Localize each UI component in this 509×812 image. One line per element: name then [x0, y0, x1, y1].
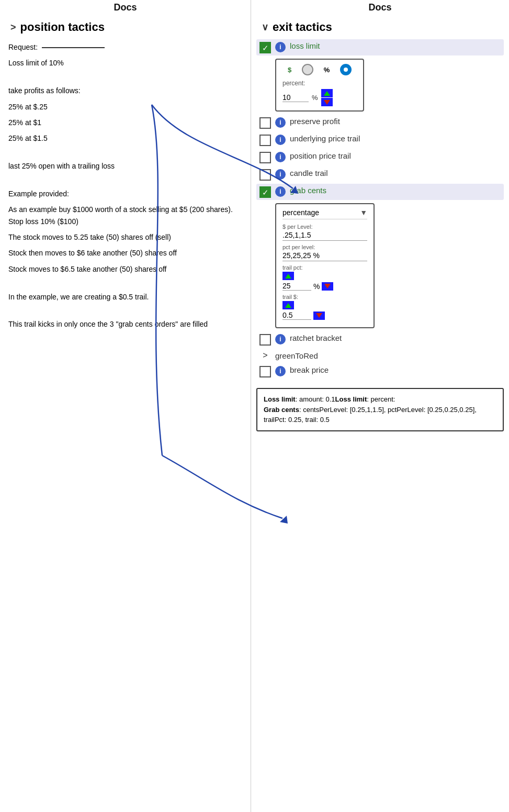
trail-s-spinners [313, 312, 325, 320]
trail-s-up-icon [285, 303, 291, 308]
preserve-profit-checkbox[interactable] [259, 117, 271, 129]
right-docs-header: Docs [256, 0, 504, 16]
position-price-trail-label: position price trail [290, 151, 351, 160]
break-price-item[interactable]: i break price [256, 363, 504, 380]
loss-limit-label: loss limit [290, 41, 320, 50]
loss-limit-text: Loss limit of 10% [8, 57, 242, 69]
trail-description: In the example, we are creating a $0.5 t… [8, 291, 242, 303]
trail-s-spin-up[interactable] [282, 301, 294, 309]
request-label: Request: [8, 43, 38, 51]
gc-trail-s-field: trail $: [282, 294, 367, 320]
take-profits-line: take profits as follows: [8, 85, 242, 96]
preserve-profit-info-icon[interactable]: i [275, 117, 286, 128]
pct-label: % [324, 66, 330, 74]
percent-spin-up[interactable] [321, 89, 333, 97]
left-column: Docs > position tactics Request: Loss li… [0, 0, 251, 812]
percent-value-row: % [282, 89, 357, 106]
loss-limit-check-mark: ✓ [262, 44, 269, 52]
example-provided: Example provided: [8, 188, 242, 199]
summary-text: Loss limit: amount: 0.1Loss limit: perce… [264, 395, 477, 424]
underlying-price-trail-info-icon[interactable]: i [275, 135, 286, 145]
grab-cents-label: grab cents [290, 186, 326, 195]
dollar-label: $ [288, 66, 291, 74]
gc-dropdown-arrow-icon[interactable]: ▼ [360, 208, 367, 217]
gc-trail-s-label: trail $: [282, 294, 367, 300]
position-tactics-title: position tactics [20, 20, 105, 34]
position-price-trail-checkbox[interactable] [259, 152, 271, 163]
example-text-1: As an example buy $1000 worth of a stock… [8, 204, 242, 227]
percent-label-row: percent: [282, 80, 357, 87]
candle-trail-label: candle trail [290, 169, 328, 177]
preserve-profit-label: preserve profit [290, 117, 340, 126]
profit-level-2: 25% at $1 [8, 117, 242, 128]
trail-pct-spin-up[interactable] [282, 272, 294, 280]
position-price-trail-item[interactable]: i position price trail [256, 149, 504, 165]
pct-radio[interactable] [340, 64, 352, 75]
right-column: Docs ∨ exit tactics ✓ i loss limit $ % [251, 0, 509, 812]
loss-limit-card: $ % percent: % [275, 59, 364, 112]
gc-pct-per-level-field: pct per level: 25,25,25 % [282, 244, 367, 261]
ratchet-bracket-label: ratchet bracket [290, 333, 342, 342]
gc-per-level-field: $ per Level: .25,1,1.5 [282, 224, 367, 241]
percent-spin-down[interactable] [321, 98, 333, 106]
example-text-2: The stock moves to 5.25 take (50) shares… [8, 231, 242, 243]
ratchet-bracket-info-icon[interactable]: i [275, 334, 286, 344]
grab-cents-checkbox[interactable]: ✓ [259, 186, 271, 198]
green-to-red-item[interactable]: > greenToRed [256, 349, 504, 362]
candle-trail-checkbox[interactable] [259, 169, 271, 181]
trail-pct-spin-down[interactable] [322, 282, 333, 291]
candle-trail-info-icon[interactable]: i [275, 169, 286, 180]
break-price-info-icon[interactable]: i [275, 366, 286, 376]
left-docs-header: Docs [5, 0, 245, 16]
underlying-price-trail-label: underlying price trail [290, 134, 360, 143]
position-price-trail-info-icon[interactable]: i [275, 152, 286, 162]
dollar-radio[interactable] [302, 64, 313, 75]
trail-kicks-in: This trail kicks in only once the 3 "gra… [8, 318, 242, 330]
gc-trail-pct-value-row: % [282, 282, 367, 291]
percent-unit: % [312, 94, 318, 102]
trail-s-down-icon [316, 313, 322, 318]
gc-trail-s-input[interactable] [282, 311, 311, 320]
exit-tactics-chevron[interactable]: ∨ [262, 21, 268, 33]
gc-dropdown-row[interactable]: percentage ▼ [282, 208, 367, 219]
trailing-loss-line: last 25% open with a trailing loss [8, 160, 242, 172]
left-content: Request: Loss limit of 10% take profits … [5, 39, 245, 330]
trail-s-spin-down[interactable] [313, 312, 325, 320]
break-price-checkbox[interactable] [259, 366, 271, 377]
preserve-profit-item[interactable]: i preserve profit [256, 115, 504, 131]
grab-cents-info-icon[interactable]: i [275, 186, 286, 197]
grab-cents-card: percentage ▼ $ per Level: .25,1,1.5 pct … [275, 203, 375, 328]
gc-trail-pct-unit: % [313, 282, 320, 291]
percent-spinners [321, 89, 333, 106]
trail-pct-spinners [322, 282, 333, 291]
green-to-red-label: greenToRed [275, 351, 318, 360]
summary-box: Loss limit: amount: 0.1Loss limit: perce… [256, 388, 504, 431]
position-tactics-heading[interactable]: > position tactics [5, 16, 245, 39]
gc-trail-pct-field: trail pct: % [282, 264, 367, 291]
grab-cents-item[interactable]: ✓ i grab cents [256, 184, 504, 200]
exit-tactics-heading[interactable]: ∨ exit tactics [256, 16, 504, 39]
spin-up-arrow-icon [324, 91, 330, 96]
underlying-price-trail-checkbox[interactable] [259, 135, 271, 146]
gc-trail-pct-input[interactable] [282, 282, 311, 291]
gc-pct-per-level-label: pct per level: [282, 244, 367, 250]
gc-per-level-label: $ per Level: [282, 224, 367, 230]
loss-limit-checkbox[interactable]: ✓ [259, 42, 271, 53]
ratchet-bracket-checkbox[interactable] [259, 334, 271, 346]
grab-cents-check-mark: ✓ [262, 188, 269, 196]
example-text-3: Stock then moves to $6 take another (50)… [8, 247, 242, 259]
position-tactics-chevron[interactable]: > [10, 22, 16, 33]
example-text-4: Stock moves to $6.5 take another (50) sh… [8, 263, 242, 275]
dollar-pct-toggle-row: $ % [282, 64, 357, 75]
gc-trail-s-value-row [282, 311, 367, 320]
profit-level-3: 25% at $1.5 [8, 132, 242, 144]
loss-limit-item[interactable]: ✓ i loss limit [256, 39, 504, 55]
loss-limit-info-icon[interactable]: i [275, 42, 286, 52]
candle-trail-item[interactable]: i candle trail [256, 166, 504, 183]
green-to-red-chevron-icon[interactable]: > [259, 351, 271, 360]
underlying-price-trail-item[interactable]: i underlying price trail [256, 132, 504, 148]
gc-per-level-value: .25,1,1.5 [282, 231, 367, 241]
trail-pct-up-icon [285, 274, 291, 279]
percent-value-input[interactable] [282, 93, 309, 102]
ratchet-bracket-item[interactable]: i ratchet bracket [256, 331, 504, 348]
